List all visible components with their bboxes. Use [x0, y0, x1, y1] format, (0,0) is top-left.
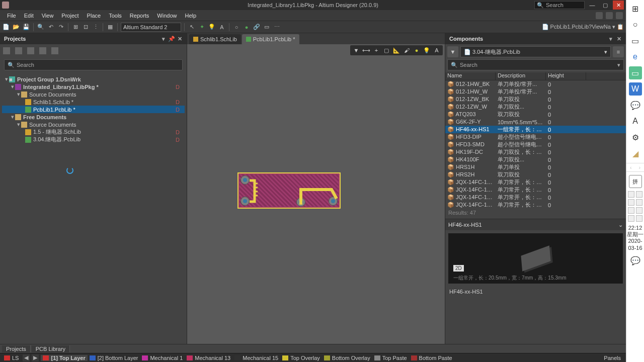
close-button[interactable]: ✕: [613, 1, 624, 10]
text-a-icon[interactable]: A: [218, 23, 226, 31]
wps-icon[interactable]: W: [629, 82, 642, 96]
component-row[interactable]: 📦 HFD3-DIP超小型信号继电器（...0: [445, 133, 626, 141]
layer-chip[interactable]: Mechanical 1: [140, 355, 185, 361]
circle-icon[interactable]: ○: [232, 23, 240, 31]
task-view-icon[interactable]: ▭: [629, 34, 642, 47]
windows-icon[interactable]: ⊞: [629, 2, 642, 15]
tree-file[interactable]: 3.04.继电器.PcbLibD: [2, 136, 185, 143]
panel-dropdown-icon[interactable]: ▾: [608, 36, 614, 42]
brush-icon[interactable]: 🖌: [403, 46, 411, 54]
panels-button[interactable]: Panels: [601, 355, 624, 361]
bottom-tab-projects[interactable]: Projects: [2, 345, 31, 352]
tray-icon[interactable]: [636, 199, 642, 206]
menu-file[interactable]: File: [3, 12, 20, 20]
component-row[interactable]: 📦 JQX-14FC-1A_W单刀常开，长：29m...0: [445, 186, 626, 194]
menu-view[interactable]: View: [38, 12, 58, 20]
pad-2[interactable]: [240, 197, 250, 206]
user-icon[interactable]: [616, 12, 623, 19]
layer-chip[interactable]: [1] Top Layer: [41, 355, 87, 361]
layer-chip[interactable]: Mechanical 15: [232, 355, 280, 361]
component-row[interactable]: 📦 HF46-xx-HS1一组常开，长：20.5...0: [445, 126, 626, 133]
global-search-input[interactable]: 🔍 Search: [534, 1, 585, 9]
wechat-icon[interactable]: 💬: [629, 99, 642, 112]
undo-icon[interactable]: ↶: [47, 23, 55, 31]
component-row[interactable]: 📦 HRS2H双刀双投0: [445, 171, 626, 178]
component-row[interactable]: 📦 HK4100F单刀双投...0: [445, 156, 626, 163]
layer-chip[interactable]: Mechanical 13: [185, 355, 232, 361]
plus-icon[interactable]: +: [372, 46, 380, 54]
component-row[interactable]: 📦 HFD3-SMD超小型信号继电器（...0: [445, 141, 626, 148]
tray-wifi-icon[interactable]: [628, 215, 634, 222]
col-name-header[interactable]: Name: [445, 72, 496, 80]
footprint-outline[interactable]: [237, 172, 341, 209]
tree-project[interactable]: ▾ Integrated_Library1.LibPkg * D: [2, 83, 185, 90]
measure-icon[interactable]: 📐: [392, 46, 400, 54]
wand-icon[interactable]: ✦: [198, 23, 206, 31]
col-height-header[interactable]: Height: [546, 72, 586, 80]
tray-icon[interactable]: [628, 207, 634, 214]
project-open-icon[interactable]: [15, 47, 22, 54]
layer-prev-icon[interactable]: ◀: [23, 354, 30, 361]
layer-chip[interactable]: Bottom Paste: [409, 355, 454, 361]
pad-3[interactable]: [296, 198, 305, 207]
menu-reports[interactable]: Reports: [126, 12, 153, 20]
tree-file[interactable]: Schlib1.SchLib *D: [2, 98, 185, 106]
library-select[interactable]: 📄 3.04-继电器.PcbLib ▾: [460, 46, 611, 57]
tree-file[interactable]: 1.5 - 继电器.SchLibD: [2, 128, 185, 136]
component-row[interactable]: 📦 012-1ZW_W单刀双投...0: [445, 103, 626, 111]
zoom-fit-icon[interactable]: 🔍: [37, 23, 45, 31]
cursor-icon[interactable]: ↖: [188, 23, 196, 31]
layer-stack-button[interactable]: LS: [2, 355, 21, 361]
col-desc-header[interactable]: Description: [496, 72, 546, 80]
tray-icon[interactable]: [636, 191, 642, 198]
project-compile-icon[interactable]: [39, 47, 46, 54]
tray-icon[interactable]: [628, 191, 634, 198]
grid-small-icon[interactable]: ⊞: [71, 23, 79, 31]
green-circle-icon[interactable]: ●: [243, 23, 251, 31]
layer-chip[interactable]: Bottom Overlay: [322, 355, 372, 361]
component-row[interactable]: 📦 G6K-2F-Y10mm*6.5mm*5.2m...0: [445, 118, 626, 126]
search-os-icon[interactable]: ○: [629, 18, 642, 31]
tray-icon[interactable]: [628, 199, 634, 206]
preview-header[interactable]: HF46-xx-HS1 ⌄: [445, 219, 626, 230]
scope-icon[interactable]: ⟷: [362, 46, 370, 54]
project-new-icon[interactable]: [3, 47, 10, 54]
notification-icon[interactable]: 💬: [629, 254, 642, 267]
maximize-button[interactable]: ▢: [600, 1, 611, 10]
preview-3d-canvas[interactable]: 2D 一组常开，长：20.5mm，宽：7mm，高：15.3mm: [448, 233, 623, 284]
menu-edit[interactable]: Edit: [20, 12, 38, 20]
view-2d-badge[interactable]: 2D: [453, 265, 464, 272]
menu-place[interactable]: Place: [83, 12, 105, 20]
link-icon[interactable]: 🔗: [253, 23, 261, 31]
redo-icon[interactable]: ↷: [57, 23, 65, 31]
menu-project[interactable]: Project: [57, 12, 83, 20]
project-gear-icon[interactable]: [51, 47, 58, 54]
layer-chip[interactable]: Top Paste: [372, 355, 409, 361]
tray-up-icon[interactable]: ‹: [630, 164, 632, 170]
component-row[interactable]: 📦 ATQ203双刀双投0: [445, 111, 626, 118]
tree-folder[interactable]: ▾ Source Documents: [2, 121, 185, 128]
pad-4[interactable]: [329, 197, 338, 206]
tree-folder[interactable]: ▾ Source Documents: [2, 90, 185, 98]
pcb-canvas[interactable]: ▼ ⟷ + ▢ 📐 🖌 ● 💡 A: [187, 44, 445, 344]
editor-tab[interactable]: PcbLib1.PcbLib *: [242, 34, 299, 44]
cog-icon[interactable]: ⚙: [629, 131, 642, 144]
edge-icon[interactable]: e: [629, 50, 642, 63]
bottom-tab-pcb-library[interactable]: PCB Library: [32, 345, 70, 352]
app-green-icon[interactable]: ▭: [629, 66, 642, 79]
layer-next-icon[interactable]: ▶: [32, 354, 39, 361]
grid-large-icon[interactable]: ⊡: [82, 23, 90, 31]
layer-chip[interactable]: [2] Bottom Layer: [88, 355, 140, 361]
editor-tab[interactable]: Schlib1.SchLib: [189, 34, 241, 44]
menu-icon[interactable]: ≡: [613, 46, 624, 57]
gear-icon[interactable]: [606, 12, 613, 19]
new-icon[interactable]: 📄: [2, 23, 10, 31]
filter-icon[interactable]: ▼: [352, 46, 360, 54]
panel-pin-icon[interactable]: 📌: [169, 36, 175, 42]
menu-window[interactable]: Window: [153, 12, 181, 20]
layer-icon[interactable]: ▦: [106, 23, 114, 31]
text-icon[interactable]: A: [433, 46, 441, 54]
minimize-button[interactable]: —: [587, 1, 598, 10]
tree-free-documents[interactable]: ▾ Free Documents: [2, 113, 185, 121]
select-icon[interactable]: ▢: [382, 46, 390, 54]
